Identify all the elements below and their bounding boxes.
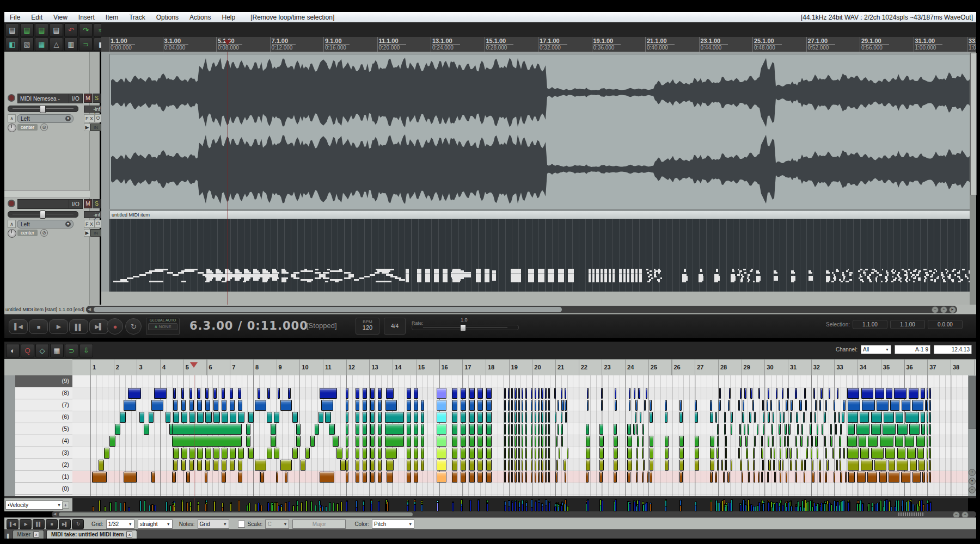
- midi-note[interactable]: [144, 424, 149, 435]
- midi-note[interactable]: [650, 460, 654, 471]
- midi-note[interactable]: [548, 388, 550, 399]
- midi-note[interactable]: [782, 460, 783, 471]
- midi-note[interactable]: [292, 448, 298, 459]
- key-row[interactable]: (8): [15, 387, 72, 399]
- scale-checkbox[interactable]: [238, 521, 245, 528]
- key-row[interactable]: (5): [15, 423, 72, 435]
- midi-note[interactable]: [525, 424, 527, 435]
- midi-note[interactable]: [276, 472, 279, 483]
- go-end-button[interactable]: ▶▌: [89, 319, 108, 334]
- velocity-bar[interactable]: [916, 504, 918, 511]
- midi-note[interactable]: [875, 388, 884, 399]
- velocity-bar[interactable]: [740, 505, 742, 511]
- midi-note[interactable]: [511, 388, 513, 399]
- midi-pause-button[interactable]: ▌▌: [33, 519, 45, 529]
- midi-note[interactable]: [629, 400, 630, 411]
- velocity-bar[interactable]: [213, 501, 216, 511]
- midi-note[interactable]: [292, 412, 298, 423]
- toolbar-button-snap-grid[interactable]: ▥: [64, 38, 78, 51]
- midi-note[interactable]: [541, 460, 543, 471]
- velocity-bar[interactable]: [729, 503, 731, 511]
- playhead-marker-arrange[interactable]: [224, 40, 231, 45]
- midi-note[interactable]: [748, 424, 749, 435]
- midi-note[interactable]: [538, 460, 540, 471]
- midi-note[interactable]: [248, 412, 254, 423]
- midi-go-end-button[interactable]: ▶▌: [59, 519, 71, 529]
- midi-note[interactable]: [929, 460, 931, 471]
- midi-note[interactable]: [452, 448, 457, 459]
- midi-note[interactable]: [912, 472, 921, 483]
- velocity-bar[interactable]: [724, 506, 726, 511]
- velocity-bar[interactable]: [260, 505, 262, 511]
- midi-note[interactable]: [173, 460, 177, 471]
- midi-note[interactable]: [421, 436, 424, 447]
- midi-note[interactable]: [790, 412, 792, 423]
- midi-note[interactable]: [522, 412, 523, 423]
- velocity-bar[interactable]: [508, 506, 510, 511]
- midi-note[interactable]: [843, 448, 845, 459]
- midi-note[interactable]: [929, 424, 931, 435]
- velocity-bar[interactable]: [340, 502, 342, 511]
- midi-note[interactable]: [586, 460, 590, 471]
- midi-note[interactable]: [848, 400, 860, 411]
- midi-note[interactable]: [746, 448, 748, 459]
- midi-note[interactable]: [197, 388, 200, 399]
- midi-note[interactable]: [104, 448, 110, 459]
- midi-note[interactable]: [285, 472, 287, 483]
- midi-note[interactable]: [871, 424, 881, 435]
- midi-note[interactable]: [541, 472, 543, 483]
- midi-note[interactable]: [421, 460, 424, 471]
- toolbar-button-marker-tool[interactable]: △: [50, 38, 63, 51]
- midi-note[interactable]: [927, 436, 928, 447]
- midi-note[interactable]: [522, 472, 523, 483]
- midi-note[interactable]: [897, 448, 905, 459]
- midi-note[interactable]: [173, 412, 180, 423]
- midi-note[interactable]: [518, 412, 520, 423]
- scroll-grip[interactable]: [898, 512, 924, 516]
- menu-item[interactable]: Item: [100, 14, 124, 21]
- velocity-bar[interactable]: [325, 506, 327, 511]
- midi-note[interactable]: [511, 436, 513, 447]
- velocity-bar[interactable]: [124, 502, 126, 511]
- midi-note[interactable]: [902, 400, 911, 411]
- midi-note[interactable]: [868, 436, 878, 447]
- midi-note[interactable]: [806, 448, 807, 459]
- velocity-bar[interactable]: [538, 502, 540, 511]
- midi-note[interactable]: [834, 472, 835, 483]
- midi-note[interactable]: [437, 448, 446, 459]
- midi-note[interactable]: [805, 400, 807, 411]
- midi-note[interactable]: [909, 424, 920, 435]
- midi-note[interactable]: [826, 460, 829, 471]
- midi-note[interactable]: [847, 448, 859, 459]
- midi-note[interactable]: [511, 412, 513, 423]
- midi-note[interactable]: [650, 400, 652, 411]
- midi-note[interactable]: [522, 400, 523, 411]
- midi-note[interactable]: [839, 436, 841, 447]
- midi-note[interactable]: [767, 472, 769, 483]
- velocity-bar[interactable]: [320, 507, 322, 511]
- midi-note[interactable]: [385, 412, 404, 423]
- key-row[interactable]: (1): [15, 471, 72, 483]
- midi-note[interactable]: [861, 388, 874, 399]
- midi-note[interactable]: [921, 424, 925, 435]
- velocity-bar[interactable]: [437, 503, 439, 511]
- pause-button[interactable]: ▌▌: [69, 319, 88, 334]
- midi-note[interactable]: [486, 448, 492, 459]
- midi-note[interactable]: [545, 472, 547, 483]
- velocity-bar[interactable]: [149, 505, 151, 511]
- midi-note[interactable]: [518, 388, 520, 399]
- midi-note[interactable]: [469, 460, 475, 471]
- midi-note[interactable]: [205, 448, 211, 459]
- midi-note[interactable]: [421, 412, 424, 423]
- midi-note[interactable]: [848, 424, 855, 435]
- midi-note[interactable]: [296, 424, 301, 435]
- midi-note[interactable]: [378, 472, 382, 483]
- midi-note[interactable]: [189, 460, 194, 471]
- midi-note[interactable]: [109, 436, 115, 447]
- velocity-bar[interactable]: [181, 502, 183, 511]
- velocity-bar[interactable]: [817, 503, 819, 511]
- fold-button[interactable]: ∧: [8, 220, 16, 228]
- velocity-bar[interactable]: [128, 507, 130, 511]
- midi-note[interactable]: [333, 436, 339, 447]
- midi-note[interactable]: [890, 400, 899, 411]
